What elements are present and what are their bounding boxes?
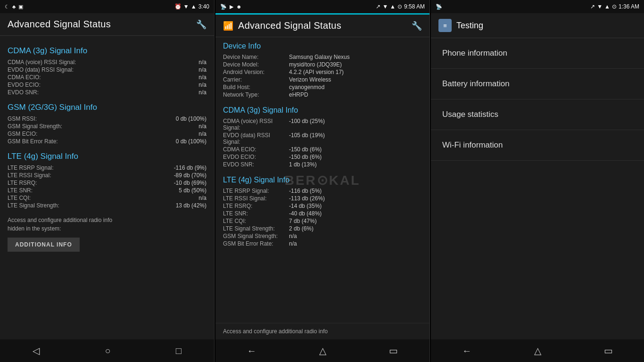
table-row: Device Model: mysid/toro (JDQ39E) [223,61,422,68]
settings-icon-1[interactable]: 🔧 [196,19,206,30]
table-row: LTE RSSI Signal: -89 db (70%) [8,172,206,179]
table-row: LTE SNR: -40 db (48%) [223,210,422,217]
table-row: LTE Signal Strength: 13 db (42%) [8,202,206,209]
table-row: Carrier: Verizon Wireless [223,76,422,83]
moon-icon: ☾ [5,4,9,10]
menu-item-battery-information[interactable]: Battery information [431,69,644,99]
home-button-2[interactable]: △ [319,345,326,356]
table-row: EVDO (data) RSSI Signal: -105 db (19%) [223,132,422,146]
signal-bars-3: ▲ [604,3,610,10]
app-title-2: Advanced Signal Status [238,20,341,31]
status-icons-left-3: 📡 [436,4,442,10]
table-row: LTE RSRQ: -10 db (69%) [8,179,206,187]
settings-icon-2[interactable]: 🔧 [412,21,422,31]
lte-section-2: LTE (4g) Signal Info LTE RSRP Signal: -1… [215,171,429,250]
cdma-header-1: CDMA (3g) Signal Info [8,46,206,56]
device-info-section: Device Info Device Name: Samsung Galaxy … [215,37,429,101]
table-row: GSM Signal Strength: n/a [223,232,422,240]
panel-2: 📡 ▶ ☻ ↗ ▼ ▲ ⊙ 9:58 AM 📶 Advanced Signal … [215,0,430,362]
table-row: LTE CQI: 7 db (47%) [223,217,422,225]
table-row: CDMA ECIO: -150 db (6%) [223,146,422,153]
table-row: EVDO SNR: 1 db (13%) [223,161,422,168]
signal-icon: ▼ [183,3,189,10]
testing-app-icon: ≡ [438,19,452,32]
wifi-icon-3: ▼ [597,3,603,10]
table-row: Build Host: cyanogenmod [223,83,422,91]
table-row: LTE RSSI Signal: -113 db (26%) [223,195,422,202]
table-row: GSM RSSI: 0 db (100%) [8,115,206,123]
smiley-icon: ☻ [236,4,242,9]
status-icons-right-3: ↗ ▼ ▲ ⊙ 1:36 AM [590,3,639,10]
table-row: Network Type: eHRPD [223,91,422,99]
home-button-3[interactable]: △ [534,345,541,356]
lte-header-2: LTE (4g) Signal Info [223,176,422,184]
lock-icon: ▣ [18,4,23,10]
home-button-1[interactable]: ○ [105,346,110,356]
status-icons-left-2: 📡 ▶ ☻ [220,4,242,10]
gsm-header-1: GSM (2G/3G) Signal Info [8,103,206,112]
app-title-3: Testing [456,21,483,31]
back-button-1[interactable]: ◁ [33,345,40,356]
table-row: LTE RSRP Signal: -116 db (9%) [8,164,206,172]
recents-button-2[interactable]: ▭ [389,345,398,356]
back-button-2[interactable]: ← [247,346,256,356]
recents-button-3[interactable]: ▭ [604,345,613,356]
menu-list: Phone information Battery information Us… [431,38,644,339]
back-button-3[interactable]: ← [462,346,471,356]
mid-footer-text: Access and configure additional radio in… [223,328,328,335]
cdma-rows-1: CDMA (voice) RSSI Signal: n/a EVDO (data… [8,58,206,96]
recents-button-1[interactable]: □ [176,346,182,356]
status-icons-right-1: ⏰ ▼ ▲ 3:40 [174,3,209,10]
mid-footer: Access and configure additional radio in… [215,323,429,339]
app-content-1: CDMA (3g) Signal Info CDMA (voice) RSSI … [0,36,214,339]
app-header-2: 📶 Advanced Signal Status 🔧 [215,15,429,37]
status-bar-3: 📡 ↗ ▼ ▲ ⊙ 1:36 AM [431,0,644,13]
status-bar-1: ☾ ♣ ▣ ⏰ ▼ ▲ 3:40 [0,0,214,13]
table-row: GSM ECIO: n/a [8,130,206,138]
table-row: GSM Signal Strength: n/a [8,123,206,130]
app-header-3: ≡ Testing [431,13,644,38]
cdma-section-2: CDMA (3g) Signal Info CDMA (voice) RSSI … [215,101,429,171]
gsm-rows-1: GSM RSSI: 0 db (100%) GSM Signal Strengt… [8,115,206,145]
app-header-1: Advanced Signal Status 🔧 [0,13,214,36]
play-icon: ▶ [230,4,233,10]
table-row: LTE SNR: 5 db (50%) [8,187,206,194]
menu-item-phone-information[interactable]: Phone information [431,38,644,69]
table-row: EVDO ECIO: n/a [8,81,206,89]
wifi-icon: ▲ [191,3,197,10]
alarm-icon: ⏰ [174,3,182,10]
table-row: CDMA (voice) RSSI Signal: n/a [8,58,206,66]
panel-1: ☾ ♣ ▣ ⏰ ▼ ▲ 3:40 Advanced Signal Status … [0,0,215,362]
table-row: LTE Signal Strength: 2 db (6%) [223,225,422,232]
nav-bar-2: ← △ ▭ [215,339,429,362]
menu-item-wifi-information[interactable]: Wi-Fi information [431,130,644,161]
time-display-3: 1:36 AM [619,3,639,10]
status-icons-left-1: ☾ ♣ ▣ [5,4,23,10]
table-row: Android Version: 4.2.2 (API version 17) [223,68,422,76]
table-row: Device Name: Samsung Galaxy Nexus [223,53,422,61]
paw-icon: ♣ [12,4,16,9]
signal-app-icon: 📡 [220,4,227,10]
cdma-header-2: CDMA (3g) Signal Info [223,106,422,115]
footer-text-1: Access and configure additional radio in… [8,216,206,233]
status-bar-2: 📡 ▶ ☻ ↗ ▼ ▲ ⊙ 9:58 AM [215,0,429,13]
wifi-icon-2: ▼ [382,3,388,10]
signal-icon-3: ↗ [590,3,595,10]
battery-icon-2: ⊙ [397,3,402,10]
time-display-2: 9:58 AM [404,3,425,10]
mid-content-wrap: BER⊙KAL Device Info Device Name: Samsung… [215,37,429,323]
device-info-title: Device Info [223,42,422,50]
signal-icon-2: ↗ [376,3,380,10]
status-icons-right-2: ↗ ▼ ▲ ⊙ 9:58 AM [376,3,425,10]
signal-bars-2: ▲ [390,3,396,10]
table-row: LTE RSRQ: -14 db (35%) [223,202,422,210]
panel-3: 📡 ↗ ▼ ▲ ⊙ 1:36 AM ≡ Testing Phone inform… [431,0,644,362]
app-title-1: Advanced Signal Status [8,19,111,30]
table-row: GSM Bit Error Rate: 0 db (100%) [8,138,206,145]
signal-header-icon: 📶 [223,21,233,31]
additional-info-button[interactable]: ADDITIONAL INFO [8,238,80,252]
mid-content: Device Info Device Name: Samsung Galaxy … [215,37,429,323]
nav-bar-3: ← △ ▭ [431,339,644,362]
menu-item-usage-statistics[interactable]: Usage statistics [431,99,644,130]
table-row: GSM Bit Error Rate: n/a [223,240,422,247]
